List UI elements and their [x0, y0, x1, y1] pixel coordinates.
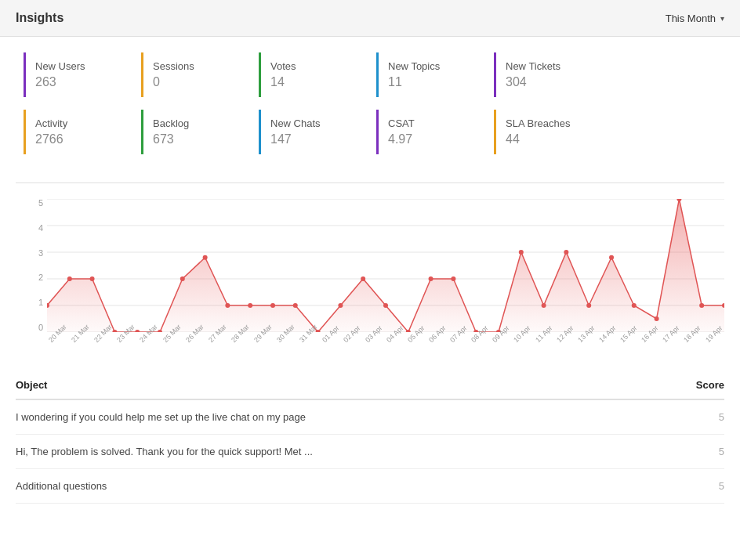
metric-label: New Topics — [388, 60, 462, 72]
metrics-section: New Users263Sessions0Votes14New Topics11… — [0, 37, 740, 175]
chart-dot — [383, 303, 388, 308]
metric-item-sla-breaches[interactable]: SLA Breaches44 — [494, 110, 596, 154]
chart-section: 012345 20 Mar21 — [0, 183, 740, 363]
metric-value: 4.97 — [388, 132, 462, 146]
chart-dot — [248, 303, 252, 308]
table-header: Object Score — [16, 371, 724, 400]
chart-dot — [270, 303, 275, 308]
metric-label: New Tickets — [506, 60, 580, 72]
metric-item-new-tickets[interactable]: New Tickets304 — [494, 52, 596, 97]
chart-y-axis: 012345 — [16, 199, 43, 332]
metric-value: 2766 — [35, 132, 110, 146]
metric-label: CSAT — [388, 117, 462, 129]
page-header: Insights This Month ▾ — [0, 0, 740, 37]
chart-dot — [609, 255, 614, 260]
metric-item-sessions[interactable]: Sessions0 — [141, 52, 243, 97]
y-label: 4 — [16, 224, 43, 233]
filter-dropdown[interactable]: This Month ▾ — [666, 13, 724, 24]
chart-dot — [429, 276, 433, 281]
metric-value: 14 — [270, 75, 345, 89]
y-label: 3 — [16, 249, 43, 258]
table-row-score: 5 — [677, 480, 724, 492]
chart-container: 012345 20 Mar21 — [16, 199, 724, 356]
table-col-score: Score — [696, 379, 724, 391]
chart-dot — [542, 303, 546, 308]
metric-value: 44 — [506, 132, 580, 146]
metric-label: Votes — [270, 60, 345, 72]
metric-item-backlog[interactable]: Backlog673 — [141, 110, 243, 154]
chart-dot — [293, 303, 298, 308]
chart-dot — [225, 303, 230, 308]
y-label: 0 — [16, 323, 43, 332]
metric-value: 147 — [270, 132, 345, 146]
metric-label: New Users — [35, 60, 110, 72]
table-row-object: Additional questions — [16, 480, 677, 492]
chart-dot — [564, 250, 568, 255]
metric-item-new-users[interactable]: New Users263 — [24, 52, 125, 97]
metric-label: New Chats — [270, 117, 345, 129]
metric-value: 304 — [506, 75, 580, 89]
page-title: Insights — [16, 11, 63, 25]
chart-dot — [361, 276, 365, 281]
metric-item-new-topics[interactable]: New Topics11 — [376, 52, 478, 97]
table-section: Object Score I wondering if you could he… — [0, 363, 740, 519]
table-row[interactable]: Hi, The problem is solved. Thank you for… — [16, 435, 724, 469]
chart-area — [47, 199, 724, 332]
y-label: 1 — [16, 298, 43, 307]
chart-dot — [180, 276, 185, 281]
chart-x-axis: 20 Mar21 Mar22 Mar23 Mar24 Mar25 Mar26 M… — [47, 332, 724, 356]
metric-item-csat[interactable]: CSAT4.97 — [376, 110, 478, 154]
y-label: 2 — [16, 273, 43, 282]
metric-value: 673 — [153, 132, 227, 146]
table-row-score: 5 — [677, 411, 724, 423]
chart-dot — [632, 303, 637, 308]
chart-dot — [519, 250, 524, 255]
metric-value: 263 — [35, 75, 110, 89]
metric-label: Backlog — [153, 117, 227, 129]
filter-label: This Month — [666, 13, 716, 24]
table-body: I wondering if you could help me set up … — [16, 400, 724, 504]
metric-item-votes[interactable]: Votes14 — [259, 52, 361, 97]
table-col-object: Object — [16, 379, 47, 391]
metric-value: 11 — [388, 75, 462, 89]
metric-item-new-chats[interactable]: New Chats147 — [259, 110, 361, 154]
table-row[interactable]: I wondering if you could help me set up … — [16, 400, 724, 435]
table-row[interactable]: Additional questions5 — [16, 469, 724, 504]
chart-dot — [451, 276, 455, 281]
chart-dot — [90, 276, 95, 281]
chart-dot — [677, 199, 681, 201]
chart-dot — [67, 276, 72, 281]
metrics-grid: New Users263Sessions0Votes14New Topics11… — [24, 52, 716, 167]
table-row-object: Hi, The problem is solved. Thank you for… — [16, 446, 677, 457]
chart-dot — [655, 316, 659, 321]
table-row-object: I wondering if you could help me set up … — [16, 411, 677, 423]
table-row-score: 5 — [677, 446, 724, 457]
y-label: 5 — [16, 199, 43, 208]
metric-label: Activity — [35, 117, 110, 129]
chart-dot — [586, 303, 591, 308]
metric-label: SLA Breaches — [506, 117, 580, 129]
chart-dot — [699, 303, 704, 308]
chart-dot — [203, 255, 208, 260]
metric-label: Sessions — [153, 60, 227, 72]
metric-value: 0 — [153, 75, 227, 89]
metric-item-activity[interactable]: Activity2766 — [24, 110, 125, 154]
chart-dot — [338, 303, 343, 308]
chevron-down-icon: ▾ — [720, 14, 724, 23]
